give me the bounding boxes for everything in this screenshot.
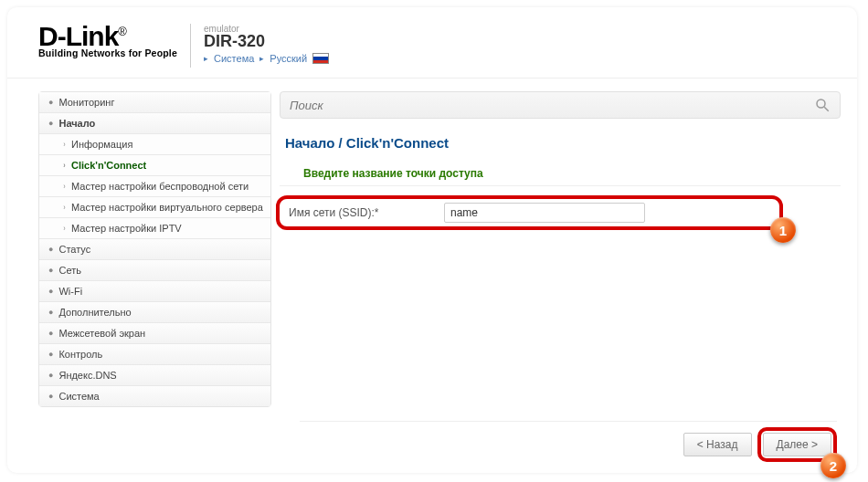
sidebar-item-label: Контроль	[58, 349, 102, 360]
bullet-icon: ●	[48, 392, 53, 401]
sidebar-item-firewall[interactable]: ●Межсетевой экран	[39, 323, 270, 344]
sidebar-item-label: Дополнительно	[58, 307, 131, 318]
system-link[interactable]: Система	[214, 53, 254, 64]
sidebar-item-label: Мониторинг	[58, 97, 114, 108]
bullet-icon: ●	[48, 245, 53, 254]
sidebar-item-start[interactable]: ●Начало	[39, 113, 270, 134]
breadcrumb: Начало / Click'n'Connect	[280, 135, 841, 151]
chevron-right-icon: ›	[63, 140, 65, 149]
sidebar-sub-clicknconnect[interactable]: ›Click'n'Connect	[39, 155, 270, 176]
annotation-badge-2: 2	[820, 453, 846, 478]
chevron-right-icon: ▸	[259, 54, 264, 63]
sidebar-sub-wireless[interactable]: ›Мастер настройки беспроводной сети	[39, 176, 270, 197]
back-button[interactable]: < Назад	[683, 433, 752, 456]
bullet-icon: ●	[48, 119, 53, 128]
bullet-icon: ●	[48, 287, 53, 296]
device-name: DIR-320	[204, 32, 329, 51]
sidebar-item-label: Сеть	[58, 265, 80, 276]
sidebar-item-label: Статус	[58, 244, 90, 255]
logo: D-Link® Building Networks for People	[38, 24, 177, 58]
svg-point-0	[817, 100, 825, 108]
search-bar[interactable]	[280, 91, 841, 119]
sidebar-item-system[interactable]: ●Система	[39, 386, 270, 406]
tagline: Building Networks for People	[38, 47, 177, 58]
sidebar-item-label: Click'n'Connect	[71, 160, 146, 171]
header: D-Link® Building Networks for People emu…	[7, 7, 857, 79]
sidebar-item-monitoring[interactable]: ●Мониторинг	[39, 92, 270, 113]
sidebar-item-control[interactable]: ●Контроль	[39, 344, 270, 365]
section-title: Введите название точки доступа	[303, 167, 841, 180]
sidebar-item-label: Система	[58, 391, 99, 402]
sidebar-sub-iptv[interactable]: ›Мастер настройки IPTV	[39, 218, 270, 239]
bullet-icon: ●	[48, 350, 53, 359]
sidebar: ●Мониторинг ●Начало ›Информация ›Click'n…	[7, 91, 272, 407]
sidebar-item-wifi[interactable]: ●Wi-Fi	[39, 281, 270, 302]
bullet-icon: ●	[48, 329, 53, 338]
sidebar-item-label: Яндекс.DNS	[58, 370, 116, 381]
ssid-label: Имя сети (SSID):*	[289, 206, 444, 219]
sidebar-item-status[interactable]: ●Статус	[39, 239, 270, 260]
ssid-field-group: Имя сети (SSID):* 1	[276, 195, 783, 230]
language-link[interactable]: Русский	[270, 53, 307, 64]
next-highlight: Далее > 2	[757, 427, 838, 462]
chevron-right-icon: ›	[63, 161, 65, 170]
sidebar-item-label: Межсетевой экран	[58, 328, 145, 339]
flag-ru-icon	[312, 53, 329, 64]
chevron-right-icon: ▸	[204, 54, 208, 63]
sidebar-item-yandexdns[interactable]: ●Яндекс.DNS	[39, 365, 270, 386]
chevron-right-icon: ›	[63, 182, 65, 191]
sidebar-item-network[interactable]: ●Сеть	[39, 260, 270, 281]
search-icon	[814, 97, 831, 113]
sidebar-sub-info[interactable]: ›Информация	[39, 134, 270, 155]
divider	[280, 185, 841, 186]
chevron-right-icon: ›	[63, 224, 65, 233]
bullet-icon: ●	[48, 98, 53, 107]
sidebar-item-label: Начало	[58, 118, 95, 129]
sidebar-item-label: Информация	[71, 139, 132, 150]
sidebar-item-advanced[interactable]: ●Дополнительно	[39, 302, 270, 323]
annotation-badge-1: 1	[770, 217, 796, 243]
chevron-right-icon: ›	[63, 203, 65, 212]
main-content: Начало / Click'n'Connect Введите названи…	[272, 91, 857, 407]
bullet-icon: ●	[48, 371, 53, 380]
bullet-icon: ●	[48, 266, 53, 275]
sidebar-item-label: Мастер настройки виртуального сервера	[71, 202, 263, 213]
sidebar-item-label: Мастер настройки беспроводной сети	[71, 181, 249, 192]
next-button[interactable]: Далее >	[763, 433, 832, 456]
ssid-input[interactable]	[444, 203, 645, 223]
sidebar-item-label: Wi-Fi	[58, 286, 82, 297]
footer-buttons: < Назад Далее > 2	[683, 427, 837, 462]
svg-line-1	[824, 107, 829, 111]
sidebar-sub-vserver[interactable]: ›Мастер настройки виртуального сервера	[39, 197, 270, 218]
bullet-icon: ●	[48, 308, 53, 317]
divider	[300, 421, 837, 422]
divider	[190, 24, 191, 68]
search-input[interactable]	[290, 99, 814, 112]
sidebar-item-label: Мастер настройки IPTV	[71, 223, 182, 234]
